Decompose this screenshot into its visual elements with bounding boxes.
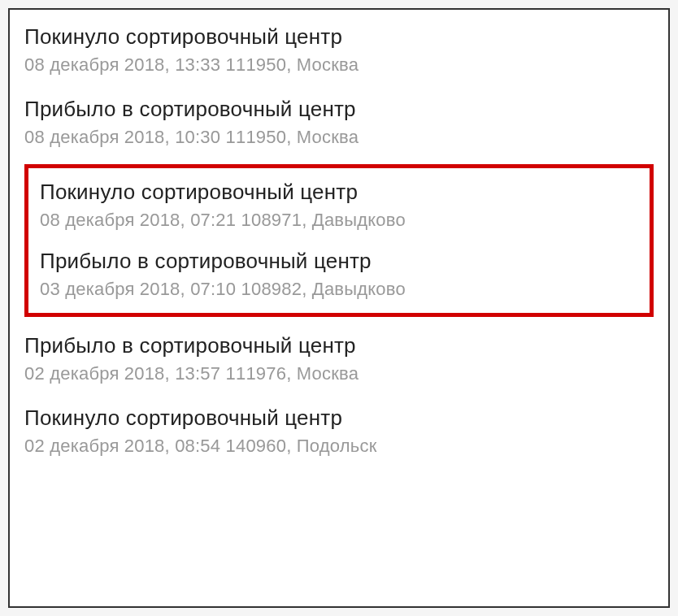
highlighted-events-box: Покинуло сортировочный центр 08 декабря … <box>24 164 654 317</box>
event-title: Прибыло в сортировочный центр <box>24 97 654 122</box>
event-title: Прибыло в сортировочный центр <box>40 249 638 274</box>
tracking-event: Покинуло сортировочный центр 08 декабря … <box>24 16 654 89</box>
tracking-event: Покинуло сортировочный центр 08 декабря … <box>40 173 638 242</box>
tracking-event: Прибыло в сортировочный центр 02 декабря… <box>24 325 654 397</box>
tracking-event: Прибыло в сортировочный центр 08 декабря… <box>24 89 654 161</box>
event-title: Прибыло в сортировочный центр <box>24 333 654 358</box>
event-details: 08 декабря 2018, 10:30 111950, Москва <box>24 127 654 148</box>
event-details: 08 декабря 2018, 07:21 108971, Давыдково <box>40 210 638 231</box>
event-details: 02 декабря 2018, 13:57 111976, Москва <box>24 363 654 384</box>
event-title: Покинуло сортировочный центр <box>24 406 654 431</box>
tracking-container: Покинуло сортировочный центр 08 декабря … <box>8 8 670 608</box>
tracking-event: Прибыло в сортировочный центр 03 декабря… <box>40 242 638 311</box>
event-details: 03 декабря 2018, 07:10 108982, Давыдково <box>40 279 638 300</box>
event-details: 02 декабря 2018, 08:54 140960, Подольск <box>24 436 654 457</box>
event-title: Покинуло сортировочный центр <box>40 180 638 205</box>
tracking-event: Покинуло сортировочный центр 02 декабря … <box>24 397 654 470</box>
event-details: 08 декабря 2018, 13:33 111950, Москва <box>24 54 654 76</box>
event-title: Покинуло сортировочный центр <box>24 24 654 50</box>
